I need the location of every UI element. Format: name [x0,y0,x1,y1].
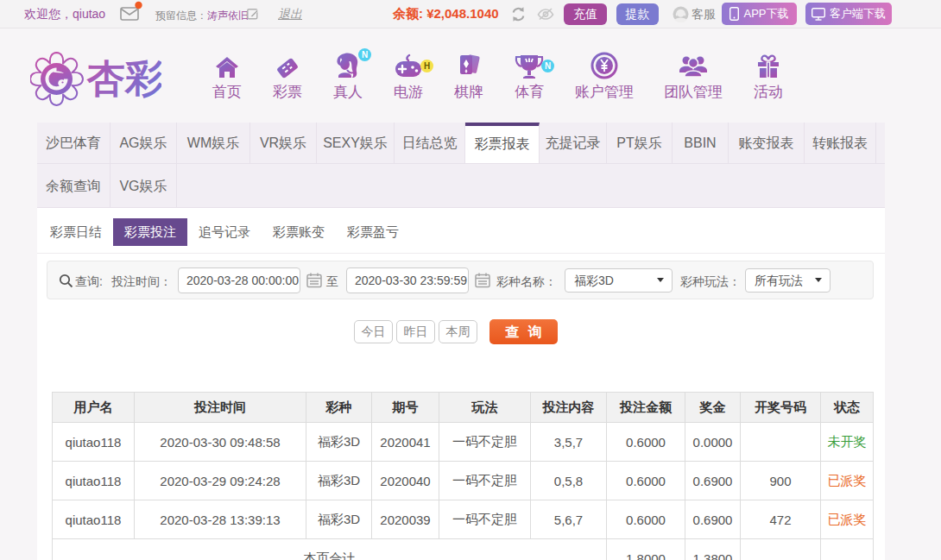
svg-text:杏彩: 杏彩 [86,57,161,99]
